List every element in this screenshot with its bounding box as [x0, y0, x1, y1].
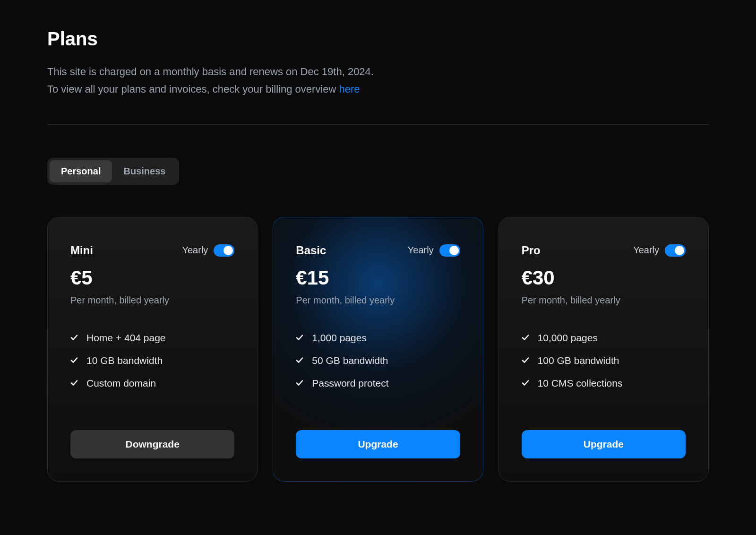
page-title: Plans	[47, 28, 709, 50]
feature-item: Home + 404 page	[70, 332, 234, 344]
page-subtitle: This site is charged on a monthly basis …	[47, 63, 709, 98]
upgrade-button[interactable]: Upgrade	[296, 430, 460, 458]
check-icon	[70, 355, 78, 366]
subtitle-line1: This site is charged on a monthly basis …	[47, 66, 374, 78]
plan-name: Pro	[522, 244, 541, 257]
plan-name: Mini	[70, 244, 93, 257]
feature-text: 1,000 pages	[312, 332, 367, 344]
plan-header: MiniYearly	[70, 244, 234, 257]
tab-business[interactable]: Business	[112, 160, 177, 182]
plan-card-mini: MiniYearly€5Per month, billed yearlyHome…	[47, 217, 258, 482]
yearly-label: Yearly	[182, 245, 208, 256]
feature-text: 10,000 pages	[538, 332, 598, 344]
plan-period: Per month, billed yearly	[70, 295, 234, 306]
tab-personal[interactable]: Personal	[50, 160, 112, 182]
yearly-toggle-group: Yearly	[633, 244, 686, 257]
feature-item: 50 GB bandwidth	[296, 355, 460, 366]
check-icon	[522, 332, 529, 344]
feature-item: Custom domain	[70, 378, 234, 389]
check-icon	[70, 378, 78, 389]
check-icon	[296, 332, 303, 344]
feature-item: 10,000 pages	[522, 332, 686, 344]
check-icon	[296, 378, 303, 389]
plan-price: €15	[296, 267, 460, 289]
plan-header: BasicYearly	[296, 244, 460, 257]
check-icon	[522, 378, 529, 389]
yearly-toggle-group: Yearly	[408, 244, 460, 257]
feature-list: Home + 404 page10 GB bandwidthCustom dom…	[70, 332, 234, 419]
plan-type-segmented: PersonalBusiness	[47, 158, 179, 185]
yearly-toggle[interactable]	[439, 244, 460, 257]
plan-card-pro: ProYearly€30Per month, billed yearly10,0…	[498, 217, 709, 482]
check-icon	[522, 355, 529, 366]
check-icon	[296, 355, 303, 366]
feature-text: Home + 404 page	[86, 332, 166, 344]
yearly-toggle-group: Yearly	[182, 244, 234, 257]
plan-price: €30	[522, 267, 686, 289]
yearly-label: Yearly	[633, 245, 659, 256]
feature-list: 1,000 pages50 GB bandwidthPassword prote…	[296, 332, 460, 419]
section-divider	[47, 124, 709, 125]
yearly-label: Yearly	[408, 245, 434, 256]
plan-header: ProYearly	[522, 244, 686, 257]
feature-text: 10 CMS collections	[538, 378, 623, 389]
upgrade-button[interactable]: Upgrade	[522, 430, 686, 458]
plan-period: Per month, billed yearly	[296, 295, 460, 306]
yearly-toggle[interactable]	[214, 244, 234, 257]
feature-list: 10,000 pages100 GB bandwidth10 CMS colle…	[522, 332, 686, 419]
feature-item: Password protect	[296, 378, 460, 389]
feature-text: Password protect	[312, 378, 388, 389]
feature-text: 10 GB bandwidth	[86, 355, 163, 366]
feature-item: 100 GB bandwidth	[522, 355, 686, 366]
plans-row: MiniYearly€5Per month, billed yearlyHome…	[47, 217, 709, 482]
feature-text: Custom domain	[86, 378, 156, 389]
check-icon	[70, 332, 78, 344]
plan-card-basic: BasicYearly€15Per month, billed yearly1,…	[273, 217, 483, 482]
billing-overview-link[interactable]: here	[339, 83, 360, 95]
feature-item: 10 GB bandwidth	[70, 355, 234, 366]
plan-period: Per month, billed yearly	[522, 295, 686, 306]
plan-name: Basic	[296, 244, 326, 257]
feature-item: 10 CMS collections	[522, 378, 686, 389]
feature-item: 1,000 pages	[296, 332, 460, 344]
yearly-toggle[interactable]	[665, 244, 686, 257]
plan-price: €5	[70, 267, 234, 289]
downgrade-button[interactable]: Downgrade	[70, 430, 234, 458]
feature-text: 50 GB bandwidth	[312, 355, 388, 366]
feature-text: 100 GB bandwidth	[538, 355, 619, 366]
subtitle-line2: To view all your plans and invoices, che…	[47, 83, 339, 95]
